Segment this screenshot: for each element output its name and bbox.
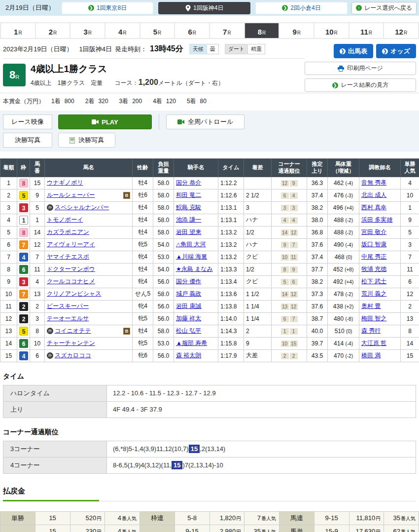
trainer-link[interactable]: 奥村 豊 [361,303,381,309]
jockey-link[interactable]: 国分 優作 [176,278,201,285]
meeting-tab-label: 1回東京8日 [97,4,127,12]
results-cell: 2 [17,300,30,312]
results-cell: ▲服部 寿希 [174,337,218,349]
meeting-tab[interactable]: 1回阪神4日 [158,2,250,14]
trainer-link[interactable]: 浜田 多実雄 [361,216,392,223]
horse-name-link[interactable]: トモノボーイ [47,216,83,224]
jockey-link[interactable]: 国分 恭介 [176,179,201,186]
race-tab-10r[interactable]: 10R [314,23,349,38]
race-tab-6r[interactable]: 6R [175,23,209,38]
jockey-link[interactable]: ▲川端 海翼 [176,253,207,260]
results-cell: 城戸 義政 [174,288,218,300]
jockey-link[interactable]: 池添 謙一 [176,216,201,223]
horse-name-link[interactable]: ウナギノボリ [47,179,83,187]
horse-name-link[interactable]: チャーチャンテン [47,339,95,347]
horse-name-link[interactable]: ヤマイチエスポ [47,253,89,261]
prize-label: 本賞金（万円） [3,97,44,106]
race-tab-3r[interactable]: 3R [70,23,105,38]
result-guide-button[interactable]: ❯ レース結果の見方 [305,78,416,92]
corner-position: 7 [290,316,298,322]
entry-table-button[interactable]: ❯ 出馬表 [334,44,373,58]
race-tab-2r[interactable]: 2R [36,23,70,38]
trainer-link[interactable]: 北出 成人 [361,191,386,198]
trainer-link[interactable]: 宮田 敬介 [361,228,386,235]
corner-position: 12 [281,180,289,187]
horse-name-cell: ルールシェーバーB [47,191,130,199]
corner-table: 3コーナー(6,*8)5-1,4(3,9)11,12(10,7)15,2(13,… [3,441,416,474]
jockey-link[interactable]: 森 裕太朗 [176,352,201,359]
results-cell: 89 [272,263,307,275]
back-to-race-select-button[interactable]: ↑ レース選択へ戻る [351,2,417,14]
results-cell [244,177,272,189]
trainer-link[interactable]: 牧浦 充徳 [361,266,386,272]
horse-name-link[interactable]: カズラボニアン [47,228,89,236]
horse-name-link[interactable]: テーオーエルサ [47,314,89,323]
horse-name-link[interactable]: コイニオチテ [55,327,91,335]
trainer-link[interactable]: 荒川 義之 [361,290,386,297]
jockey-link[interactable]: 岩田 康誠 [176,303,201,309]
trainer-link[interactable]: 大江原 哲 [361,340,386,346]
horse-name-link[interactable]: クールココナヒメ [47,277,95,286]
results-cell: 1:12.2 [218,177,244,189]
frame-badge: 8 [19,228,28,237]
odds-button[interactable]: ❯ オッズ [376,44,416,58]
results-cell: 2 1/2 [244,189,272,201]
jockey-link[interactable]: 加藤 祥太 [176,315,201,322]
time-row-label: ハロンタイム [3,385,107,401]
race-tab-9r[interactable]: 9R [279,23,314,38]
trainer-link[interactable]: 松下 武士 [361,278,386,285]
results-cell: 11 [272,325,307,337]
race-tab-11r[interactable]: 11R [349,23,384,38]
jockey-link[interactable]: 城戸 義政 [176,290,201,297]
results-cell: ★永島 まなみ [174,263,218,275]
meeting-tab[interactable]: ❯1回東京8日 [62,2,154,14]
race-tab-8r[interactable]: 8R [245,23,279,38]
results-cell: 510 (0) [328,325,359,337]
race-tab-12r[interactable]: 12R [384,23,418,38]
results-cell: ▲川端 海翼 [174,251,218,263]
payout-popularity: 35番人気 [384,511,419,525]
results-cell: 44 [272,214,307,226]
horse-name-link[interactable]: スペシャルナンバー [55,203,109,212]
jockey-link[interactable]: 和田 竜二 [176,191,201,198]
trainer-link[interactable]: 中尾 秀正 [361,253,386,260]
frame-badge: 4 [19,253,28,262]
horse-name-link[interactable]: スズカロココ [55,351,91,360]
finish-photo-button[interactable]: 決勝写真 [58,133,115,148]
corner-position: 9 [290,180,298,187]
race-tab-7r[interactable]: 7R [210,23,244,38]
results-cell: 5 [17,325,30,337]
trainer-link[interactable]: 橋田 満 [361,352,381,359]
corner-position: 12 [290,229,298,236]
trainer-link[interactable]: 西村 真幸 [361,204,386,211]
jockey-link[interactable]: △角田 大河 [176,241,206,248]
trainer-link[interactable]: 音無 秀孝 [361,179,386,186]
horse-name-link[interactable]: ルールシェーバー [47,191,95,199]
horse-name-link[interactable]: クリノアンビシャス [47,290,102,298]
jockey-link[interactable]: 鮫島 克駿 [176,204,201,211]
jockey-link[interactable]: 岩田 望来 [176,228,201,235]
horse-name-link[interactable]: ピースキーパー [47,302,89,310]
jockey-link[interactable]: 松山 弘平 [176,327,201,334]
horse-name-link[interactable]: アイヴォリーアイ [47,240,95,249]
payout-combination: 5-8 [175,511,210,525]
print-page-button[interactable]: 印刷用ページ [305,62,416,75]
jockey-link[interactable]: ▲服部 寿希 [176,340,207,346]
trainer-link[interactable]: 梅田 智之 [361,315,386,322]
jockey-link[interactable]: ★永島 まなみ [176,266,213,272]
meeting-tab[interactable]: ❯2回小倉4日 [255,2,348,14]
horse-name-link[interactable]: ドクターマンボウ [47,265,95,273]
race-tab-1r[interactable]: 1R [1,23,35,38]
horse-weight-change: (+8) [345,267,353,272]
payout-type-label: ワイド [140,525,175,532]
trainer-link[interactable]: 坂口 智康 [361,241,386,248]
horse-weight-change: (+4) [345,205,353,211]
race-tab-5r[interactable]: 5R [140,23,175,38]
race-tab-4r[interactable]: 4R [105,23,140,38]
trainer-link[interactable]: 森 秀行 [361,327,381,334]
play-button[interactable]: PLAY [58,114,152,129]
race-title: 4歳以上1勝クラス [31,64,224,75]
payout-type-label: 複勝 [0,525,35,532]
results-cell: 488 (-2) [328,214,359,226]
patrol-video-button[interactable]: 全周パトロール [166,114,244,129]
